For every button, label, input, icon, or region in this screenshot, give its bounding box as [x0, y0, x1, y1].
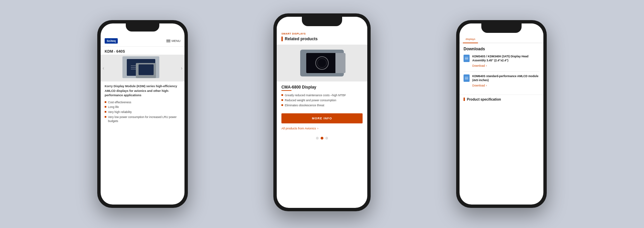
section-title-text: Related products: [285, 37, 318, 41]
product-spec-header: Product specification: [460, 95, 543, 104]
download-link[interactable]: Download ›: [472, 64, 539, 67]
cma-screen: [306, 53, 338, 73]
left-description: Korry Display Module (KDM) series high-e…: [101, 81, 184, 101]
document-icon: [464, 74, 470, 82]
list-item: Very low power consumption for increased…: [105, 115, 180, 123]
download-link[interactable]: Download ›: [472, 84, 539, 87]
phone-left-screen: Sciteq MENU KDM - 640S ‹: [101, 23, 184, 205]
phone-center: SMART DISPLAYS Related products: [273, 13, 371, 211]
left-header: Sciteq MENU: [101, 36, 184, 47]
phone-left-notch: [126, 23, 159, 32]
hamburger-icon: [166, 40, 170, 43]
left-product-image: ‹ ›: [101, 55, 184, 81]
left-content: Sciteq MENU KDM - 640S ‹: [101, 23, 184, 123]
cma-housing: [335, 53, 345, 73]
carousel-dot[interactable]: [325, 137, 328, 139]
kdm-display-small: [136, 63, 156, 78]
list-item: Eliminates obsolescence threat: [281, 104, 363, 108]
bullet-text: Long life: [108, 105, 119, 109]
sciteq-logo: Sciteq: [105, 38, 118, 44]
all-products-label: All products from Avionics: [281, 127, 316, 130]
bullet-text: Greatly reduced maintenance costs –high …: [285, 94, 346, 98]
bullet-text: Very high reliability: [108, 110, 132, 114]
phone-right: displays Downloads KDM340: [456, 20, 547, 208]
list-item: Cost effectiveness: [105, 101, 180, 105]
bullet-text: Reduced weight and power consumption: [285, 99, 336, 103]
menu-button[interactable]: MENU: [166, 39, 181, 43]
bullet-icon: [105, 116, 106, 118]
carousel-dots: [277, 134, 367, 142]
carousel-next-button[interactable]: ›: [181, 65, 182, 71]
bullet-icon: [281, 94, 283, 96]
center-content: SMART DISPLAYS Related products: [277, 17, 367, 142]
chevron-right-icon: ›: [486, 84, 487, 87]
download-item: KDM640S standard-performance AMLCD modul…: [464, 74, 539, 87]
bullet-icon: [105, 111, 106, 113]
downloads-title: Downloads: [464, 47, 539, 51]
download-item-info: KDM640S standard-performance AMLCD modul…: [472, 74, 539, 87]
download-item: KDM340S / KDM340H (3ATI) Display Head As…: [464, 55, 539, 67]
left-bullets-list: Cost effectiveness Long life Very high r…: [101, 101, 184, 123]
download-divider: [464, 71, 539, 72]
list-item: Reduced weight and power consumption: [281, 99, 363, 103]
all-products-link[interactable]: All products from Avionics ›: [277, 127, 367, 134]
center-section-title-row: Related products: [277, 37, 367, 45]
phone-left: Sciteq MENU KDM - 640S ‹: [97, 20, 188, 208]
center-product-image: [277, 45, 367, 81]
download-label: Download: [472, 64, 485, 67]
phone-center-screen: SMART DISPLAYS Related products: [277, 17, 367, 208]
cma-circle-indicator: [315, 56, 329, 70]
bullet-text: Cost effectiveness: [108, 101, 131, 105]
download-item-title: KDM340S / KDM340H (3ATI) Display Head As…: [472, 55, 539, 63]
downloads-section: Downloads KDM340S / KDM340H (3ATI) Displ…: [460, 43, 543, 95]
bullet-icon: [281, 104, 283, 106]
right-content: displays Downloads KDM340: [460, 23, 543, 104]
phone-right-notch: [481, 23, 522, 33]
list-item: Long life: [105, 105, 180, 109]
kdm-display-container: [122, 56, 163, 80]
carousel-prev-button[interactable]: ‹: [103, 65, 104, 71]
center-category-label: SMART DISPLAYS: [277, 29, 367, 37]
orange-bar-decoration: [281, 37, 283, 41]
download-item-title: KDM640S standard-performance AMLCD modul…: [472, 74, 539, 82]
cma-6800-display: [300, 50, 344, 76]
orange-bar-small: [464, 98, 465, 101]
product-spec-label: Product specification: [467, 98, 501, 101]
phone-right-screen: displays Downloads KDM340: [460, 23, 543, 205]
kdm-small-screen: [139, 64, 154, 75]
carousel-dot-active[interactable]: [321, 137, 323, 139]
scene: Sciteq MENU KDM - 640S ‹: [0, 0, 644, 228]
list-item: Greatly reduced maintenance costs –high …: [281, 94, 363, 98]
chevron-right-icon: ›: [486, 64, 487, 67]
tab-displays[interactable]: displays: [463, 36, 478, 43]
carousel-dot[interactable]: [316, 137, 319, 139]
chevron-right-icon: ›: [317, 127, 318, 130]
bullet-text: Very low power consumption for increased…: [108, 115, 180, 123]
menu-label: MENU: [172, 39, 181, 43]
bullet-icon: [281, 99, 283, 101]
right-tab-bar: displays: [460, 36, 543, 43]
bullet-icon: [105, 106, 106, 108]
bullet-text: Eliminates obsolescence threat: [285, 104, 324, 108]
more-info-button[interactable]: MORE INFO: [281, 113, 363, 123]
phone-center-notch: [302, 17, 342, 26]
center-bullets-list: Greatly reduced maintenance costs –high …: [277, 94, 367, 112]
document-icon: [464, 55, 470, 62]
center-product-name: CMA-6800 Display: [277, 81, 367, 90]
orange-underline-decoration: [281, 90, 291, 91]
list-item: Very high reliability: [105, 110, 180, 114]
download-item-info: KDM340S / KDM340H (3ATI) Display Head As…: [472, 55, 539, 67]
left-product-title: KDM - 640S: [101, 47, 184, 55]
download-label: Download: [472, 84, 485, 87]
bullet-icon: [105, 101, 106, 103]
cma-circle-inner: [317, 58, 327, 68]
